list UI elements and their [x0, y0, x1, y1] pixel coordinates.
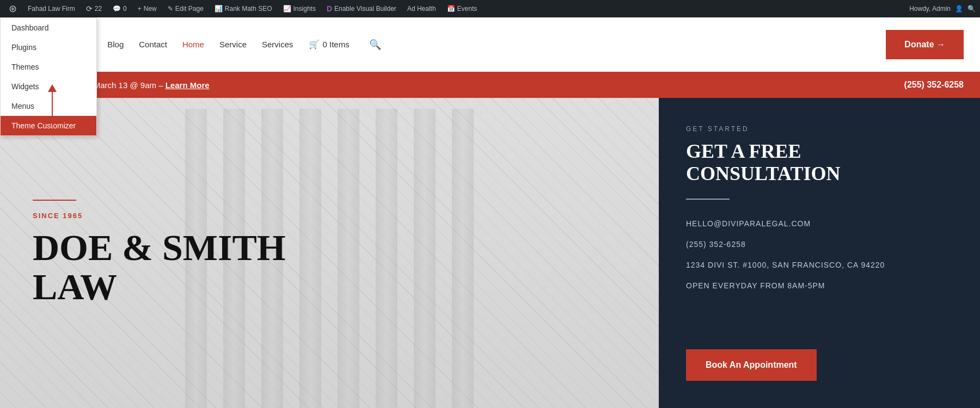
book-appointment-button[interactable]: Book An Appointment [686, 349, 817, 381]
divi-label: Enable Visual Builder [334, 5, 396, 13]
site-name-item[interactable]: Fahad Law Firm [23, 0, 79, 17]
announcement-bar: Beach Cleanup Day: March 13 @ 9am – Lear… [0, 72, 980, 98]
nav-service[interactable]: Service [219, 40, 247, 49]
divi-item[interactable]: D Enable Visual Builder [322, 0, 401, 17]
donate-button[interactable]: Donate → [886, 30, 964, 59]
dropdown-item-dashboard[interactable]: Dashboard [1, 18, 96, 38]
hero-text: SINCE 1965 DOE & SMITH LAW [33, 200, 286, 306]
hero-left: SINCE 1965 DOE & SMITH LAW [0, 98, 659, 408]
admin-bar: ⊛ Fahad Law Firm ⟳ 22 💬 0 + New ✎ Edit P… [0, 0, 980, 17]
howdy-text: Howdy, Admin [909, 5, 951, 13]
site-nav: About Blog Contact Home Service Services… [71, 39, 381, 51]
donate-label: Donate → [904, 40, 945, 50]
plus-icon: + [138, 5, 142, 13]
search-icon[interactable]: 🔍 [369, 39, 381, 51]
form-divider [686, 199, 730, 200]
edit-icon: ✎ [168, 5, 173, 13]
consultation-hours: OPEN EVERYDAY FROM 8AM-5PM [686, 281, 953, 290]
insights-item[interactable]: 📈 Insights [279, 0, 320, 17]
since-label: SINCE 1965 [33, 212, 286, 220]
insights-label: Insights [293, 5, 316, 13]
rank-math-icon: 📊 [215, 5, 223, 13]
search-admin-icon[interactable]: 🔍 [967, 5, 976, 13]
admin-bar-right: Howdy, Admin 👤 🔍 [909, 5, 976, 13]
rank-math-item[interactable]: 📊 Rank Math SEO [210, 0, 277, 17]
comment-count: 0 [123, 5, 127, 13]
new-item[interactable]: + New [133, 0, 161, 17]
site-header: D About Blog Contact Home Service Servic… [0, 17, 980, 72]
dropdown-item-theme-customizer[interactable]: Theme Customizer [1, 116, 96, 135]
dropdown-menu: Dashboard Plugins Themes Widgets Menus T… [0, 17, 97, 136]
avatar-icon: 👤 [955, 5, 963, 13]
hero-right: GET STARTED GET A FREE CONSULTATION HELL… [659, 98, 980, 408]
edit-page-item[interactable]: ✎ Edit Page [163, 0, 208, 17]
consultation-email: HELLO@DIVIPARALEGAL.COM [686, 219, 953, 228]
site-name: Fahad Law Firm [28, 5, 75, 13]
dropdown-item-plugins[interactable]: Plugins [1, 38, 96, 57]
nav-blog[interactable]: Blog [107, 40, 124, 49]
hero-divider [33, 200, 76, 201]
book-btn-label: Book An Appointment [706, 360, 797, 369]
announcement-phone: (255) 352-6258 [904, 80, 964, 90]
wp-logo-item[interactable]: ⊛ [4, 0, 21, 17]
hero-title-line1: DOE & SMITH [33, 228, 286, 267]
get-started-label: GET STARTED [686, 125, 953, 133]
hero-title-line2: LAW [33, 268, 286, 306]
hero-title: DOE & SMITH LAW [33, 228, 286, 306]
consultation-address: 1234 DIVI ST. #1000, SAN FRANCISCO, CA 9… [686, 261, 953, 269]
consultation-phone: (255) 352-6258 [686, 240, 953, 249]
cart-icon: 🛒 [309, 39, 320, 50]
rank-math-label: Rank Math SEO [225, 5, 272, 13]
edit-page-label: Edit Page [175, 5, 204, 13]
update-count: 22 [95, 5, 102, 13]
learn-more-link[interactable]: Learn More [166, 81, 210, 90]
nav-contact[interactable]: Contact [139, 40, 167, 49]
dropdown-item-themes[interactable]: Themes [1, 57, 96, 77]
consultation-heading: GET A FREE CONSULTATION [686, 140, 953, 186]
comment-item[interactable]: 💬 0 [108, 0, 131, 17]
dropdown-item-menus[interactable]: Menus [1, 96, 96, 116]
events-item[interactable]: 📅 Events [443, 0, 482, 17]
divi-icon: D [327, 4, 332, 13]
insights-icon: 📈 [283, 5, 291, 13]
new-label: New [144, 5, 157, 13]
events-label: Events [457, 5, 477, 13]
nav-cart[interactable]: 🛒 0 Items [309, 39, 350, 50]
dropdown-item-widgets[interactable]: Widgets [1, 77, 96, 96]
nav-services[interactable]: Services [262, 40, 293, 49]
nav-home[interactable]: Home [182, 40, 204, 49]
update-count-item[interactable]: ⟳ 22 [82, 0, 106, 17]
comment-icon: 💬 [113, 5, 121, 13]
wp-logo-icon: ⊛ [9, 3, 17, 15]
ad-health-item[interactable]: Ad Health [403, 0, 440, 17]
hero-section: SINCE 1965 DOE & SMITH LAW GET STARTED G… [0, 98, 980, 408]
events-icon: 📅 [447, 5, 455, 13]
cart-count: 0 Items [323, 40, 350, 49]
ad-health-label: Ad Health [407, 5, 436, 13]
update-icon: ⟳ [86, 4, 93, 13]
